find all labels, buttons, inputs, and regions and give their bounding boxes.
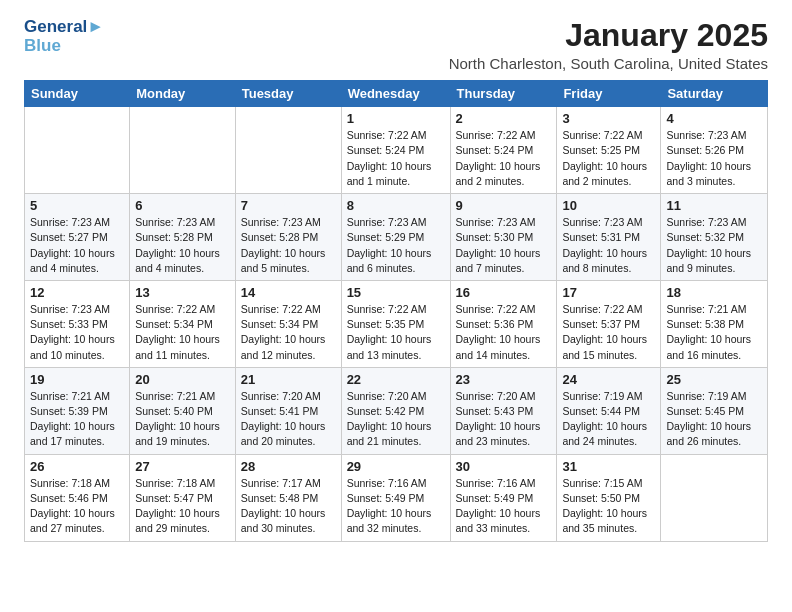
calendar-cell: 11Sunrise: 7:23 AMSunset: 5:32 PMDayligh… [661, 194, 768, 281]
day-info: Sunrise: 7:19 AMSunset: 5:44 PMDaylight:… [562, 389, 655, 450]
calendar-cell: 2Sunrise: 7:22 AMSunset: 5:24 PMDaylight… [450, 107, 557, 194]
day-number: 13 [135, 285, 230, 300]
calendar-cell: 20Sunrise: 7:21 AMSunset: 5:40 PMDayligh… [130, 367, 236, 454]
weekday-header-row: Sunday Monday Tuesday Wednesday Thursday… [25, 81, 768, 107]
day-number: 12 [30, 285, 124, 300]
calendar-cell: 17Sunrise: 7:22 AMSunset: 5:37 PMDayligh… [557, 280, 661, 367]
day-number: 1 [347, 111, 445, 126]
calendar-cell: 30Sunrise: 7:16 AMSunset: 5:49 PMDayligh… [450, 454, 557, 541]
day-number: 4 [666, 111, 762, 126]
day-number: 15 [347, 285, 445, 300]
calendar-cell: 24Sunrise: 7:19 AMSunset: 5:44 PMDayligh… [557, 367, 661, 454]
calendar-cell: 13Sunrise: 7:22 AMSunset: 5:34 PMDayligh… [130, 280, 236, 367]
calendar-table: Sunday Monday Tuesday Wednesday Thursday… [24, 80, 768, 541]
day-number: 3 [562, 111, 655, 126]
logo: General► Blue [24, 18, 104, 55]
day-number: 6 [135, 198, 230, 213]
week-row-4: 19Sunrise: 7:21 AMSunset: 5:39 PMDayligh… [25, 367, 768, 454]
day-info: Sunrise: 7:20 AMSunset: 5:42 PMDaylight:… [347, 389, 445, 450]
day-info: Sunrise: 7:19 AMSunset: 5:45 PMDaylight:… [666, 389, 762, 450]
day-info: Sunrise: 7:20 AMSunset: 5:43 PMDaylight:… [456, 389, 552, 450]
calendar-cell [661, 454, 768, 541]
day-info: Sunrise: 7:20 AMSunset: 5:41 PMDaylight:… [241, 389, 336, 450]
header-friday: Friday [557, 81, 661, 107]
calendar-cell: 16Sunrise: 7:22 AMSunset: 5:36 PMDayligh… [450, 280, 557, 367]
day-info: Sunrise: 7:21 AMSunset: 5:38 PMDaylight:… [666, 302, 762, 363]
week-row-3: 12Sunrise: 7:23 AMSunset: 5:33 PMDayligh… [25, 280, 768, 367]
calendar-cell: 7Sunrise: 7:23 AMSunset: 5:28 PMDaylight… [235, 194, 341, 281]
day-info: Sunrise: 7:18 AMSunset: 5:46 PMDaylight:… [30, 476, 124, 537]
calendar-cell: 23Sunrise: 7:20 AMSunset: 5:43 PMDayligh… [450, 367, 557, 454]
calendar-subtitle: North Charleston, South Carolina, United… [449, 55, 768, 72]
day-number: 10 [562, 198, 655, 213]
calendar-cell: 14Sunrise: 7:22 AMSunset: 5:34 PMDayligh… [235, 280, 341, 367]
logo-general: General► [24, 18, 104, 37]
day-info: Sunrise: 7:22 AMSunset: 5:24 PMDaylight:… [456, 128, 552, 189]
week-row-2: 5Sunrise: 7:23 AMSunset: 5:27 PMDaylight… [25, 194, 768, 281]
title-block: January 2025 North Charleston, South Car… [449, 18, 768, 72]
day-info: Sunrise: 7:18 AMSunset: 5:47 PMDaylight:… [135, 476, 230, 537]
day-number: 9 [456, 198, 552, 213]
header-thursday: Thursday [450, 81, 557, 107]
day-number: 14 [241, 285, 336, 300]
week-row-1: 1Sunrise: 7:22 AMSunset: 5:24 PMDaylight… [25, 107, 768, 194]
day-number: 2 [456, 111, 552, 126]
day-number: 18 [666, 285, 762, 300]
calendar-cell: 6Sunrise: 7:23 AMSunset: 5:28 PMDaylight… [130, 194, 236, 281]
day-info: Sunrise: 7:23 AMSunset: 5:29 PMDaylight:… [347, 215, 445, 276]
calendar-cell: 3Sunrise: 7:22 AMSunset: 5:25 PMDaylight… [557, 107, 661, 194]
day-number: 23 [456, 372, 552, 387]
calendar-cell [130, 107, 236, 194]
calendar-cell: 22Sunrise: 7:20 AMSunset: 5:42 PMDayligh… [341, 367, 450, 454]
week-row-5: 26Sunrise: 7:18 AMSunset: 5:46 PMDayligh… [25, 454, 768, 541]
calendar-cell: 25Sunrise: 7:19 AMSunset: 5:45 PMDayligh… [661, 367, 768, 454]
header: General► Blue January 2025 North Charles… [24, 18, 768, 72]
day-info: Sunrise: 7:23 AMSunset: 5:32 PMDaylight:… [666, 215, 762, 276]
day-number: 26 [30, 459, 124, 474]
day-info: Sunrise: 7:23 AMSunset: 5:28 PMDaylight:… [135, 215, 230, 276]
day-number: 25 [666, 372, 762, 387]
calendar-cell: 27Sunrise: 7:18 AMSunset: 5:47 PMDayligh… [130, 454, 236, 541]
day-info: Sunrise: 7:22 AMSunset: 5:24 PMDaylight:… [347, 128, 445, 189]
day-number: 30 [456, 459, 552, 474]
page: General► Blue January 2025 North Charles… [0, 0, 792, 560]
day-info: Sunrise: 7:21 AMSunset: 5:40 PMDaylight:… [135, 389, 230, 450]
day-info: Sunrise: 7:22 AMSunset: 5:34 PMDaylight:… [135, 302, 230, 363]
day-info: Sunrise: 7:15 AMSunset: 5:50 PMDaylight:… [562, 476, 655, 537]
day-number: 8 [347, 198, 445, 213]
day-number: 16 [456, 285, 552, 300]
calendar-cell: 18Sunrise: 7:21 AMSunset: 5:38 PMDayligh… [661, 280, 768, 367]
day-number: 7 [241, 198, 336, 213]
header-sunday: Sunday [25, 81, 130, 107]
logo-blue: Blue [24, 37, 104, 56]
calendar-cell: 29Sunrise: 7:16 AMSunset: 5:49 PMDayligh… [341, 454, 450, 541]
day-number: 21 [241, 372, 336, 387]
calendar-cell: 9Sunrise: 7:23 AMSunset: 5:30 PMDaylight… [450, 194, 557, 281]
day-number: 11 [666, 198, 762, 213]
day-info: Sunrise: 7:22 AMSunset: 5:25 PMDaylight:… [562, 128, 655, 189]
day-info: Sunrise: 7:16 AMSunset: 5:49 PMDaylight:… [347, 476, 445, 537]
day-info: Sunrise: 7:22 AMSunset: 5:35 PMDaylight:… [347, 302, 445, 363]
day-info: Sunrise: 7:22 AMSunset: 5:37 PMDaylight:… [562, 302, 655, 363]
day-number: 27 [135, 459, 230, 474]
calendar-cell: 5Sunrise: 7:23 AMSunset: 5:27 PMDaylight… [25, 194, 130, 281]
calendar-cell: 28Sunrise: 7:17 AMSunset: 5:48 PMDayligh… [235, 454, 341, 541]
day-info: Sunrise: 7:22 AMSunset: 5:34 PMDaylight:… [241, 302, 336, 363]
day-number: 28 [241, 459, 336, 474]
day-info: Sunrise: 7:16 AMSunset: 5:49 PMDaylight:… [456, 476, 552, 537]
calendar-title: January 2025 [449, 18, 768, 53]
header-tuesday: Tuesday [235, 81, 341, 107]
day-number: 24 [562, 372, 655, 387]
calendar-cell: 31Sunrise: 7:15 AMSunset: 5:50 PMDayligh… [557, 454, 661, 541]
day-number: 31 [562, 459, 655, 474]
calendar-cell: 19Sunrise: 7:21 AMSunset: 5:39 PMDayligh… [25, 367, 130, 454]
day-number: 17 [562, 285, 655, 300]
day-info: Sunrise: 7:23 AMSunset: 5:27 PMDaylight:… [30, 215, 124, 276]
day-number: 5 [30, 198, 124, 213]
day-info: Sunrise: 7:17 AMSunset: 5:48 PMDaylight:… [241, 476, 336, 537]
calendar-cell: 4Sunrise: 7:23 AMSunset: 5:26 PMDaylight… [661, 107, 768, 194]
calendar-cell: 26Sunrise: 7:18 AMSunset: 5:46 PMDayligh… [25, 454, 130, 541]
day-info: Sunrise: 7:23 AMSunset: 5:28 PMDaylight:… [241, 215, 336, 276]
calendar-cell: 8Sunrise: 7:23 AMSunset: 5:29 PMDaylight… [341, 194, 450, 281]
day-number: 19 [30, 372, 124, 387]
